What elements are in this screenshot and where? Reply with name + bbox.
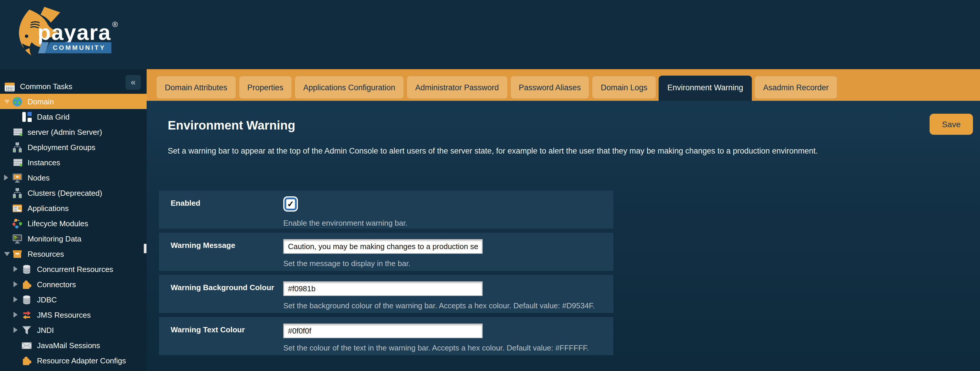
applications-icon — [12, 203, 22, 213]
tab-applications-configuration[interactable]: Applications Configuration — [294, 76, 404, 99]
puzzle-icon — [22, 355, 32, 365]
sidebar-item-domain[interactable]: Domain — [0, 94, 146, 109]
tab-properties[interactable]: Properties — [239, 76, 292, 99]
lifecycle-icon — [12, 218, 22, 228]
sidebar-item-clusters[interactable]: Clusters (Deprecated) — [0, 185, 146, 200]
database-icon — [22, 295, 32, 304]
page-title: Environment Warning — [168, 118, 295, 132]
warning-text-colour-input[interactable] — [283, 323, 483, 338]
community-badge: COMMUNITY — [45, 42, 112, 53]
puzzle-icon — [22, 279, 32, 289]
tab-environment-warning[interactable]: Environment Warning — [659, 76, 752, 101]
cluster-icon — [12, 188, 22, 198]
form-row-enabled: Enabled ✓ Enable the environment warning… — [159, 190, 614, 228]
registered-mark: ® — [112, 20, 118, 29]
tab-domain-attributes[interactable]: Domain Attributes — [156, 76, 236, 99]
tab-administrator-password[interactable]: Administrator Password — [406, 76, 508, 99]
server-icon — [13, 127, 23, 136]
sidebar-item-applications[interactable]: Applications — [0, 200, 146, 216]
sidebar-item-resources[interactable]: Resources — [0, 246, 146, 262]
brand-wordmark: payara® — [38, 20, 118, 45]
warning-background-colour-input[interactable] — [283, 281, 483, 296]
chevron-right-icon[interactable] — [13, 312, 22, 318]
warning-text-colour-label: Warning Text Colour — [171, 323, 283, 355]
envelope-icon — [22, 340, 32, 350]
chevron-right-icon[interactable] — [4, 174, 12, 181]
resources-box-icon — [12, 249, 22, 259]
chevron-right-icon[interactable] — [13, 327, 22, 333]
sidebar-item-javamail-sessions[interactable]: JavaMail Sessions — [0, 338, 146, 353]
sidebar-item-lifecycle-modules[interactable]: Lifecycle Modules — [0, 216, 146, 231]
warning-background-colour-help-text: Set the background colour of the warning… — [283, 301, 614, 310]
exchange-arrows-icon — [22, 310, 32, 320]
sidebar-item-data-grid[interactable]: Data Grid — [0, 109, 146, 124]
warning-message-label: Warning Message — [171, 239, 283, 271]
form-row-warning-message: Warning Message Set the message to displ… — [159, 233, 614, 271]
chevron-right-icon[interactable] — [13, 266, 22, 272]
database-icon — [22, 264, 32, 274]
enabled-checkbox[interactable]: ✓ — [285, 198, 297, 211]
funnel-icon — [22, 325, 32, 335]
settings-form: Enabled ✓ Enable the environment warning… — [159, 190, 614, 359]
globe-icon — [12, 97, 22, 106]
sidebar-item-monitoring-data[interactable]: Monitoring Data — [0, 231, 146, 246]
sidebar-nav: Common Tasks Domain Data Grid server (Ad… — [0, 79, 146, 368]
sidebar-item-connectors[interactable]: Connectors — [0, 277, 146, 292]
tab-asadmin-recorder[interactable]: Asadmin Recorder — [754, 76, 837, 99]
warning-text-colour-help-text: Set the colour of the text in the warnin… — [283, 344, 614, 352]
sidebar-item-nodes[interactable]: Nodes — [0, 170, 146, 185]
server-icon — [13, 158, 23, 167]
sidebar-item-jndi[interactable]: JNDI — [0, 322, 146, 338]
sidebar-item-jdbc[interactable]: JDBC — [0, 292, 146, 307]
warning-message-input[interactable] — [283, 239, 483, 254]
sidebar-item-resource-adapter-configs[interactable]: Resource Adapter Configs — [0, 353, 146, 368]
sidebar-scrollbar-thumb[interactable] — [144, 244, 146, 253]
sidebar-item-instances[interactable]: Instances — [0, 155, 146, 170]
save-button[interactable]: Save — [929, 114, 973, 135]
sidebar-item-jms-resources[interactable]: JMS Resources — [0, 307, 146, 322]
tab-bar: Domain Attributes Properties Application… — [146, 69, 980, 101]
chevron-down-icon[interactable] — [4, 99, 12, 103]
tab-password-aliases[interactable]: Password Aliases — [510, 76, 590, 99]
sidebar-item-common-tasks[interactable]: Common Tasks — [0, 79, 146, 94]
sidebar-item-deployment-groups[interactable]: Deployment Groups — [0, 140, 146, 155]
tab-domain-logs[interactable]: Domain Logs — [592, 76, 656, 99]
form-row-warning-background-colour: Warning Background Colour Set the backgr… — [159, 275, 614, 313]
chevron-down-icon[interactable] — [4, 252, 12, 256]
payara-logo: payara® COMMUNITY — [15, 5, 132, 63]
top-header: payara® COMMUNITY — [0, 0, 980, 69]
admin-console: payara® COMMUNITY « Common Tasks Domain — [0, 0, 980, 371]
checkmark-icon: ✓ — [287, 200, 294, 208]
tabs: Domain Attributes Properties Application… — [156, 76, 837, 101]
sidebar-tree: « Common Tasks Domain Data Grid — [0, 69, 146, 371]
warning-message-help-text: Set the message to display in the bar. — [283, 259, 614, 268]
sidebar-item-concurrent-resources[interactable]: Concurrent Resources — [0, 262, 146, 277]
chevron-right-icon[interactable] — [13, 281, 22, 287]
warning-background-colour-label: Warning Background Colour — [171, 281, 283, 313]
form-row-warning-text-colour: Warning Text Colour Set the colour of th… — [159, 317, 614, 355]
monitoring-icon — [12, 233, 22, 244]
sidebar-item-server[interactable]: server (Admin Server) — [0, 124, 146, 140]
enabled-help-text: Enable the environment warning bar. — [283, 219, 614, 227]
data-grid-icon — [22, 112, 32, 122]
main-content: Environment Warning Set a warning bar to… — [146, 101, 980, 371]
page-description: Set a warning bar to appear at the top o… — [168, 146, 818, 155]
monitor-icon — [12, 173, 22, 182]
deployment-groups-icon — [12, 142, 22, 152]
enabled-label: Enabled — [171, 197, 283, 228]
calendar-icon — [5, 82, 15, 91]
chevron-right-icon[interactable] — [13, 296, 22, 303]
